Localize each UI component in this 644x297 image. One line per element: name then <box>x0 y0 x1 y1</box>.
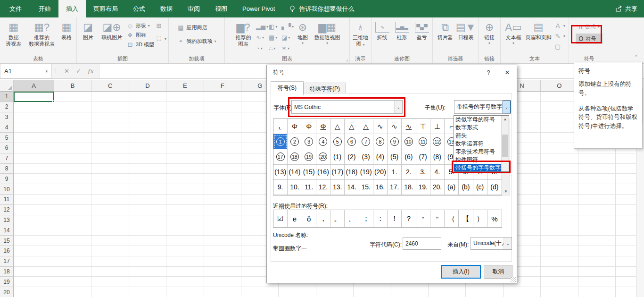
symbol-cell[interactable]: 4. <box>430 165 445 180</box>
symbol-cell[interactable]: 18 <box>288 149 302 164</box>
row-header-17[interactable]: 17 <box>0 256 14 267</box>
dialog-resize-grip[interactable] <box>511 277 516 282</box>
stock-chart-button[interactable]: ∿▾ <box>256 32 268 42</box>
column-header-O[interactable]: O <box>541 80 578 92</box>
recent-symbol-cell[interactable]: ǒ <box>302 210 316 227</box>
symbol-cell[interactable]: 1 <box>273 134 288 149</box>
sparkline-line-button[interactable]: ∿ 折线 <box>374 19 390 41</box>
subset-option[interactable]: 箭头 <box>454 132 501 140</box>
symbol-cell[interactable]: △ <box>330 119 345 134</box>
row-header-4[interactable]: 4 <box>0 122 14 133</box>
online-picture-button[interactable]: ◪⊕ 联机图片 <box>99 19 125 41</box>
dropdown-scroll-up[interactable]: ▲ <box>502 116 509 122</box>
store-button[interactable]: ▤ 应用商店 <box>177 24 216 31</box>
ribbon-tab-8[interactable]: 视图 <box>207 0 235 17</box>
ribbon-tab-5[interactable]: 公式 <box>125 0 153 17</box>
recent-symbol-cell[interactable]: 、 <box>345 210 359 227</box>
symbol-cell[interactable]: 7 <box>359 134 373 149</box>
subset-combobox[interactable]: 带括号的字母数字 ⌄ <box>454 100 511 114</box>
shapes-button[interactable]: ◇ 形状 ▾ <box>126 22 154 29</box>
symbol-cell[interactable]: (5) <box>388 149 402 164</box>
symbol-cell[interactable]: 18. <box>402 180 416 195</box>
column-header-A[interactable]: A <box>14 80 54 92</box>
tab-symbols[interactable]: 符号(S) <box>271 81 304 95</box>
symbol-cell[interactable]: △ <box>359 119 373 134</box>
tell-me-search[interactable]: 告诉我你想要做什么 <box>289 0 354 17</box>
symbol-cell[interactable]: (14) <box>288 165 302 180</box>
cancel-button[interactable]: 取消 <box>484 265 512 279</box>
ribbon-tab-9[interactable]: Power Pivot <box>235 0 282 17</box>
recent-symbol-cell[interactable]: ☑ <box>273 210 288 227</box>
signature-line-button[interactable]: ✎▾ <box>554 33 565 40</box>
collapse-ribbon-arrow[interactable]: ⌃ <box>634 54 638 60</box>
symbol-cell[interactable]: 17 <box>273 149 288 164</box>
column-header-E[interactable]: E <box>166 80 204 92</box>
3d-model-button[interactable]: ⊡ 3D 模型 <box>126 41 154 48</box>
row-header-14[interactable]: 14 <box>0 225 14 236</box>
symbol-cell[interactable]: Φ <box>316 119 330 134</box>
recent-symbol-cell[interactable]: % <box>487 210 502 227</box>
name-box[interactable]: A1 ▾ <box>0 64 52 78</box>
subset-option[interactable]: 带括号的字母数字 <box>454 164 501 171</box>
recent-symbol-cell[interactable]: “ <box>416 210 430 227</box>
timeline-button[interactable]: ▤▼ 日程表 <box>456 19 476 41</box>
recent-symbol-cell[interactable]: ； <box>359 210 373 227</box>
symbol-cell[interactable]: (c) <box>473 180 487 195</box>
ribbon-tab-7[interactable]: 审阅 <box>180 0 207 17</box>
ribbon-tab-3[interactable]: 插入 <box>58 0 86 17</box>
symbol-cell[interactable]: (16) <box>316 165 330 180</box>
symbol-cell[interactable]: 12 <box>430 134 445 149</box>
row-header-5[interactable]: 5 <box>0 133 14 143</box>
symbol-cell[interactable]: (18) <box>345 165 359 180</box>
3d-map-button[interactable]: ♁ 三维地 图 ▾ <box>352 19 369 48</box>
recent-symbol-cell[interactable]: ， <box>316 210 330 227</box>
symbol-cell[interactable]: 10. <box>288 180 302 195</box>
row-header-10[interactable]: 10 <box>0 184 14 195</box>
dialog-help-button[interactable]: ? <box>479 65 498 79</box>
ribbon-tab-4[interactable]: 页面布局 <box>86 0 125 17</box>
symbol-cell[interactable]: (7) <box>416 149 430 164</box>
row-header-1[interactable]: 1 <box>0 92 14 102</box>
row-header-12[interactable]: 12 <box>0 205 14 215</box>
row-header-3[interactable]: 3 <box>0 112 14 123</box>
symbol-cell[interactable]: (15) <box>302 165 316 180</box>
symbol-cell[interactable]: 19 <box>302 149 316 164</box>
screenshot-button[interactable]: ⛶▾ <box>155 35 166 42</box>
symbol-cell[interactable]: (3) <box>359 149 373 164</box>
subset-option[interactable]: 类似字母的符号 <box>454 116 501 124</box>
symbol-cell[interactable]: 3. <box>416 165 430 180</box>
subset-option[interactable]: 控件图符 <box>454 156 501 164</box>
row-header-15[interactable]: 15 <box>0 236 14 246</box>
icons-button[interactable]: ❖ 图标 <box>126 32 154 39</box>
symbol-cell[interactable]: 13. <box>330 180 345 195</box>
symbol-cell[interactable]: 10 <box>402 134 416 149</box>
bar-chart-button[interactable]: ▤▾ <box>269 32 281 42</box>
row-header-9[interactable]: 9 <box>0 174 14 184</box>
symbol-cell[interactable]: 3 <box>302 134 316 149</box>
from-dropdown-arrow[interactable]: ⌄ <box>504 238 512 249</box>
recommended-pivot-button[interactable]: ▦? 推荐的 数据透视表 <box>26 19 57 48</box>
symbol-cell[interactable]: 9. <box>273 180 288 195</box>
font-combobox[interactable]: MS Gothic ⌄ <box>291 100 403 114</box>
symbol-button[interactable]: Ω 符号 <box>576 34 603 44</box>
subset-option[interactable]: 零杂技术用符号 <box>454 148 501 156</box>
insert-button[interactable]: 插入(I) <box>441 265 481 279</box>
symbol-cell[interactable]: (17) <box>330 165 345 180</box>
subset-dropdown-scrollbar[interactable]: ▲ <box>501 116 509 171</box>
column-header-F[interactable]: F <box>204 80 241 92</box>
recent-symbol-cell[interactable]: 。 <box>330 210 345 227</box>
symbol-cell[interactable]: 8 <box>373 134 388 149</box>
dropdown-scroll-thumb[interactable] <box>502 135 508 157</box>
symbol-cell[interactable]: (19) <box>359 165 373 180</box>
symbol-cell[interactable]: (d) <box>487 180 502 195</box>
row-header-8[interactable]: 8 <box>0 164 14 174</box>
recommended-charts-button[interactable]: ▆? 推荐的 图表 <box>231 19 255 48</box>
enter-formula-icon[interactable]: ✓ <box>76 68 81 75</box>
scatter-chart-button[interactable]: ∴▾ <box>269 43 281 53</box>
symbol-cell[interactable]: 2. <box>402 165 416 180</box>
column-chart-button[interactable]: ▂▅▾ <box>256 21 268 32</box>
symbol-cell[interactable]: (b) <box>459 180 473 195</box>
picture-button[interactable]: ◪ 图片 <box>79 19 98 41</box>
symbol-cell[interactable]: ∿ <box>402 119 416 134</box>
pie-chart-button[interactable]: ◔▾ <box>256 43 268 53</box>
